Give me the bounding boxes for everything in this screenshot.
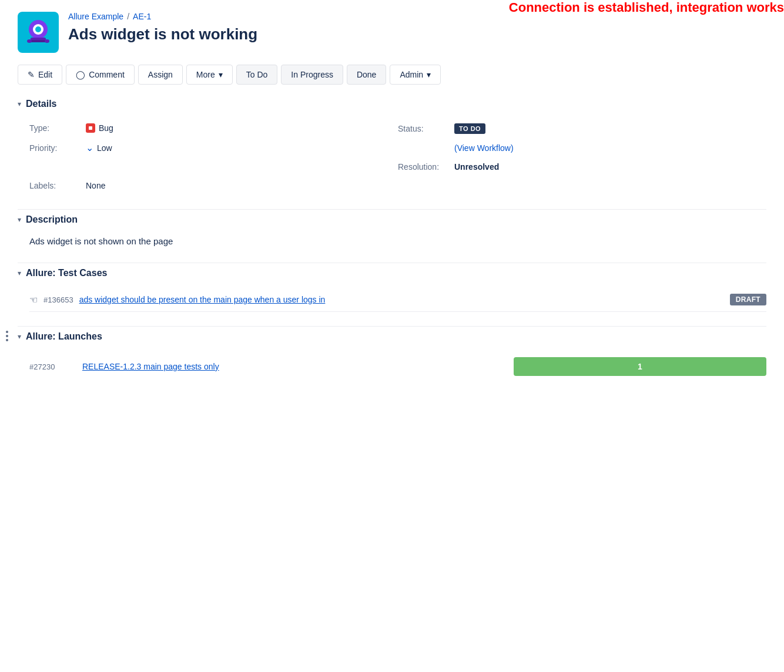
description-section: ▾ Description Ads widget is not shown on… <box>18 214 766 248</box>
section-divider-3 <box>18 326 766 327</box>
bug-type-icon <box>86 123 95 133</box>
details-chevron-icon: ▾ <box>18 100 21 108</box>
more-chevron-icon: ▾ <box>219 70 223 79</box>
type-row: Type: Bug <box>29 119 398 137</box>
breadcrumb: Allure Example / AE-1 <box>68 12 766 21</box>
more-button[interactable]: More ▾ <box>186 65 233 85</box>
resolution-label: Resolution: <box>398 162 445 172</box>
page-container: Connection is established, integration w… <box>0 0 784 672</box>
details-right-col: Status: TO DO (View Workflow) Resolution… <box>398 119 766 176</box>
breadcrumb-separator: / <box>127 12 129 21</box>
status-row: Status: TO DO <box>398 119 766 139</box>
edit-button[interactable]: ✎ Edit <box>18 65 62 85</box>
issue-title: Ads widget is not working <box>68 25 766 45</box>
view-workflow-value: (View Workflow) <box>454 143 514 153</box>
in-progress-status-button[interactable]: In Progress <box>281 65 343 85</box>
view-workflow-link[interactable]: (View Workflow) <box>454 143 514 153</box>
description-text: Ads widget is not shown on the page <box>18 234 766 248</box>
priority-value: ⌄ Low <box>86 142 112 153</box>
details-section: ▾ Details Type: Bug Priority: ⌄ Low <box>18 99 766 195</box>
launch-row: #27230 RELEASE-1.2.3 main page tests onl… <box>29 351 766 382</box>
dot-1 <box>6 331 8 333</box>
status-badge: TO DO <box>454 123 485 134</box>
section-divider-1 <box>18 209 766 210</box>
launch-link[interactable]: RELEASE-1.2.3 main page tests only <box>82 362 502 371</box>
svg-point-2 <box>35 26 41 32</box>
draft-badge: DRAFT <box>730 294 766 305</box>
breadcrumb-project[interactable]: Allure Example <box>68 12 123 21</box>
description-section-header[interactable]: ▾ Description <box>18 214 766 225</box>
toolbar: ✎ Edit ◯ Comment Assign More ▾ To Do In … <box>18 65 766 85</box>
breadcrumb-issue-id[interactable]: AE-1 <box>133 12 151 21</box>
admin-button[interactable]: Admin ▾ <box>390 65 441 85</box>
description-section-title: Description <box>26 214 78 225</box>
assign-button[interactable]: Assign <box>138 65 183 85</box>
details-section-title: Details <box>26 99 56 109</box>
todo-status-button[interactable]: To Do <box>236 65 278 85</box>
launches-chevron-icon: ▾ <box>18 332 21 341</box>
edit-icon: ✎ <box>28 70 35 79</box>
dot-3 <box>6 339 8 341</box>
header-text: Allure Example / AE-1 Ads widget is not … <box>68 12 766 45</box>
workflow-row: (View Workflow) <box>398 139 766 157</box>
priority-row: Priority: ⌄ Low <box>29 137 398 158</box>
test-case-row: ☜ #136653 ads widget should be present o… <box>29 288 766 312</box>
sidebar-dots[interactable] <box>6 331 8 341</box>
test-cases-section: ▾ Allure: Test Cases ☜ #136653 ads widge… <box>18 268 766 312</box>
svg-rect-4 <box>29 40 47 42</box>
admin-chevron-icon: ▾ <box>427 70 431 79</box>
dot-2 <box>6 335 8 337</box>
status-label: Status: <box>398 124 445 133</box>
labels-label: Labels: <box>29 181 76 190</box>
launches-section-header[interactable]: ▾ Allure: Launches <box>18 331 766 342</box>
resolution-row: Resolution: Unresolved <box>398 157 766 176</box>
labels-value: None <box>86 181 105 190</box>
details-grid: Type: Bug Priority: ⌄ Low Sta <box>18 119 766 176</box>
test-cases-section-title: Allure: Test Cases <box>26 268 107 278</box>
comment-button[interactable]: ◯ Comment <box>66 65 135 85</box>
launch-id: #27230 <box>29 362 71 371</box>
priority-icon: ⌄ <box>86 142 93 153</box>
priority-label: Priority: <box>29 143 76 153</box>
svg-point-6 <box>45 39 49 43</box>
details-left-col: Type: Bug Priority: ⌄ Low <box>29 119 398 176</box>
description-chevron-icon: ▾ <box>18 216 21 224</box>
type-label: Type: <box>29 123 76 133</box>
launches-section-title: Allure: Launches <box>26 331 102 342</box>
type-value: Bug <box>86 123 113 133</box>
test-case-link[interactable]: ads widget should be present on the main… <box>79 295 724 304</box>
done-status-button[interactable]: Done <box>347 65 386 85</box>
test-cases-list: ☜ #136653 ads widget should be present o… <box>18 288 766 312</box>
app-logo <box>18 12 59 53</box>
status-value: TO DO <box>454 123 485 134</box>
section-divider-2 <box>18 263 766 263</box>
svg-point-5 <box>27 39 32 43</box>
test-case-id: #136653 <box>43 295 73 304</box>
labels-row: Labels: None <box>18 176 766 195</box>
resolution-value: Unresolved <box>454 162 499 172</box>
test-cases-section-header[interactable]: ▾ Allure: Test Cases <box>18 268 766 278</box>
launch-progress-bar: 1 <box>514 357 766 376</box>
drag-handle-icon: ☜ <box>29 294 38 305</box>
logo-svg <box>24 18 53 47</box>
comment-icon: ◯ <box>76 70 85 79</box>
launches-list: #27230 RELEASE-1.2.3 main page tests onl… <box>18 351 766 382</box>
test-cases-chevron-icon: ▾ <box>18 269 21 277</box>
header-section: Allure Example / AE-1 Ads widget is not … <box>18 12 766 53</box>
details-section-header[interactable]: ▾ Details <box>18 99 766 109</box>
launches-section: ▾ Allure: Launches #27230 RELEASE-1.2.3 … <box>18 331 766 382</box>
